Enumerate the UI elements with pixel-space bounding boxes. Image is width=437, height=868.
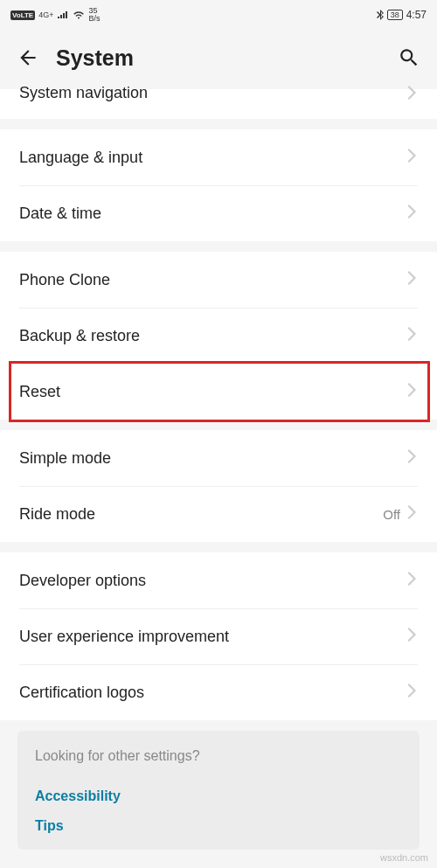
chevron-right-icon xyxy=(407,572,418,589)
network-indicator: 4G+ xyxy=(38,10,53,19)
row-backup-restore[interactable]: Backup & restore xyxy=(0,308,437,364)
row-label: Simple mode xyxy=(19,449,407,468)
row-reset[interactable]: Reset xyxy=(0,364,437,420)
battery-indicator: 38 xyxy=(387,10,403,20)
row-label: User experience improvement xyxy=(19,628,407,646)
wifi-icon xyxy=(73,10,85,19)
header: System xyxy=(0,26,437,89)
chevron-right-icon xyxy=(407,86,418,103)
chevron-right-icon xyxy=(407,327,418,344)
chevron-right-icon xyxy=(407,205,418,222)
clock: 4:57 xyxy=(406,9,427,21)
signal-icon xyxy=(57,10,69,19)
link-accessibility[interactable]: Accessibility xyxy=(35,781,402,811)
row-value: Off xyxy=(383,507,400,522)
chevron-right-icon xyxy=(407,383,418,400)
row-developer-options[interactable]: Developer options xyxy=(0,552,437,608)
other-settings-heading: Looking for other settings? xyxy=(35,748,402,764)
search-icon[interactable] xyxy=(397,45,421,70)
row-label: Developer options xyxy=(19,572,407,590)
status-bar: VoLTE 4G+ 35 B/s 38 4:57 xyxy=(0,0,437,26)
row-ride-mode[interactable]: Ride mode Off xyxy=(0,486,437,542)
row-simple-mode[interactable]: Simple mode xyxy=(0,430,437,486)
row-label: Phone Clone xyxy=(19,271,407,289)
row-label: Backup & restore xyxy=(19,327,407,345)
row-label: Ride mode xyxy=(19,505,383,524)
row-date-time[interactable]: Date & time xyxy=(0,185,437,241)
row-label: Language & input xyxy=(19,149,407,167)
settings-group: Simple mode Ride mode Off xyxy=(0,430,437,542)
chevron-right-icon xyxy=(407,505,418,523)
back-icon[interactable] xyxy=(16,45,40,70)
status-left: VoLTE 4G+ 35 B/s xyxy=(10,7,100,23)
settings-list: Language & input Date & time Phone Clone… xyxy=(0,129,437,850)
row-user-experience[interactable]: User experience improvement xyxy=(0,608,437,664)
chevron-right-icon xyxy=(407,271,418,288)
settings-group: Developer options User experience improv… xyxy=(0,552,437,720)
other-settings-card: Looking for other settings? Accessibilit… xyxy=(17,731,420,850)
row-language-input[interactable]: Language & input xyxy=(0,129,437,185)
chevron-right-icon xyxy=(407,449,418,467)
row-system-navigation[interactable]: System navigation xyxy=(0,89,437,119)
row-label: System navigation xyxy=(19,84,407,102)
row-label: Certification logos xyxy=(19,684,407,702)
bluetooth-icon xyxy=(377,10,384,20)
chevron-right-icon xyxy=(407,684,418,701)
row-phone-clone[interactable]: Phone Clone xyxy=(0,252,437,308)
link-tips[interactable]: Tips xyxy=(35,811,402,841)
page-title: System xyxy=(56,45,381,71)
watermark: wsxdn.com xyxy=(380,852,428,863)
chevron-right-icon xyxy=(407,149,418,166)
settings-group: Language & input Date & time xyxy=(0,129,437,241)
settings-group: Phone Clone Backup & restore Reset xyxy=(0,252,437,420)
volte-badge: VoLTE xyxy=(10,10,35,20)
row-label: Reset xyxy=(19,383,407,401)
row-certification-logos[interactable]: Certification logos xyxy=(0,664,437,720)
status-right: 38 4:57 xyxy=(377,9,427,21)
data-rate: 35 B/s xyxy=(88,7,100,23)
row-label: Date & time xyxy=(19,205,407,223)
chevron-right-icon xyxy=(407,628,418,645)
